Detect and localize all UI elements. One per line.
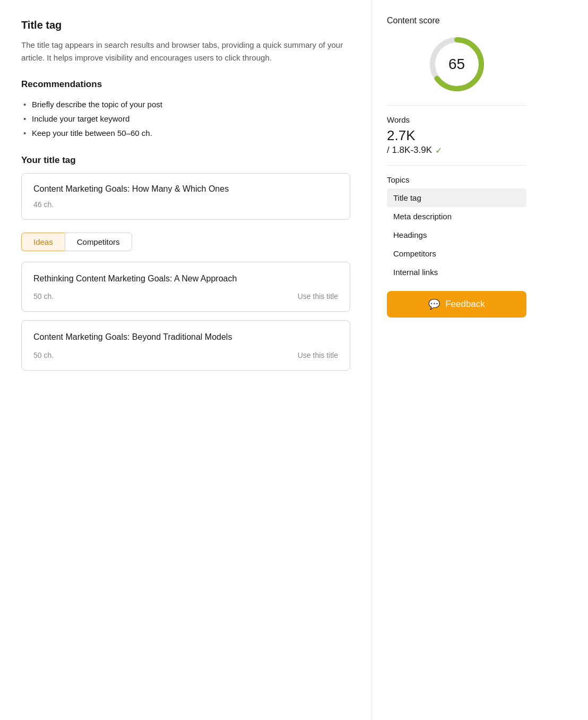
topics-label: Topics	[387, 175, 526, 184]
use-this-title-2[interactable]: Use this title	[298, 351, 338, 359]
score-number: 65	[448, 56, 465, 73]
idea-card-1-chars: 50 ch.	[33, 292, 54, 301]
recommendations-list: Briefly describe the topic of your post …	[21, 97, 350, 140]
title-tag-text: Content Marketing Goals: How Many & Whic…	[33, 184, 338, 194]
title-tag-box: Content Marketing Goals: How Many & Whic…	[21, 173, 350, 220]
topic-item-meta-description[interactable]: Meta description	[387, 207, 526, 226]
divider-2	[387, 165, 526, 166]
title-tag-chars: 46 ch.	[33, 200, 338, 209]
idea-card-1-title: Rethinking Content Marketing Goals: A Ne…	[33, 273, 338, 285]
idea-card-1-footer: 50 ch. Use this title	[33, 292, 338, 301]
main-panel: Title tag The title tag appears in searc…	[0, 0, 371, 720]
your-title-heading: Your title tag	[21, 155, 350, 166]
tab-ideas[interactable]: Ideas	[21, 233, 65, 251]
score-circle: 65	[428, 35, 486, 93]
idea-card-2-title: Content Marketing Goals: Beyond Traditio…	[33, 331, 338, 343]
feedback-icon: 💬	[428, 298, 440, 310]
tabs-row: Ideas Competitors	[21, 233, 350, 251]
idea-card-2: Content Marketing Goals: Beyond Traditio…	[21, 320, 350, 370]
feedback-button[interactable]: 💬 Feedback	[387, 291, 526, 318]
words-label: Words	[387, 115, 526, 124]
recommendations-heading: Recommendations	[21, 79, 350, 90]
words-range-text: / 1.8K-3.9K	[387, 145, 432, 156]
idea-card-1: Rethinking Content Marketing Goals: A Ne…	[21, 262, 350, 312]
check-icon: ✓	[435, 145, 442, 156]
score-circle-wrapper: 65	[387, 35, 526, 93]
tab-competitors[interactable]: Competitors	[65, 233, 132, 251]
topic-item-headings[interactable]: Headings	[387, 226, 526, 244]
topic-item-competitors[interactable]: Competitors	[387, 244, 526, 263]
topic-item-title-tag[interactable]: Title tag	[387, 188, 526, 207]
use-this-title-1[interactable]: Use this title	[298, 292, 338, 301]
topic-item-internal-links[interactable]: Internal links	[387, 263, 526, 281]
words-range: / 1.8K-3.9K ✓	[387, 145, 526, 156]
recommendation-item: Briefly describe the topic of your post	[21, 97, 350, 112]
description-text: The title tag appears in search results …	[21, 39, 350, 64]
sidebar: Content score 65 Words 2.7K / 1.8K-3.9K …	[371, 0, 541, 720]
divider-1	[387, 105, 526, 106]
words-count: 2.7K	[387, 127, 526, 144]
recommendation-item: Keep your title between 50–60 ch.	[21, 126, 350, 140]
idea-card-2-footer: 50 ch. Use this title	[33, 351, 338, 359]
feedback-label: Feedback	[445, 299, 485, 310]
content-score-label: Content score	[387, 16, 526, 25]
page-title: Title tag	[21, 19, 350, 31]
idea-card-2-chars: 50 ch.	[33, 351, 54, 359]
recommendation-item: Include your target keyword	[21, 112, 350, 126]
